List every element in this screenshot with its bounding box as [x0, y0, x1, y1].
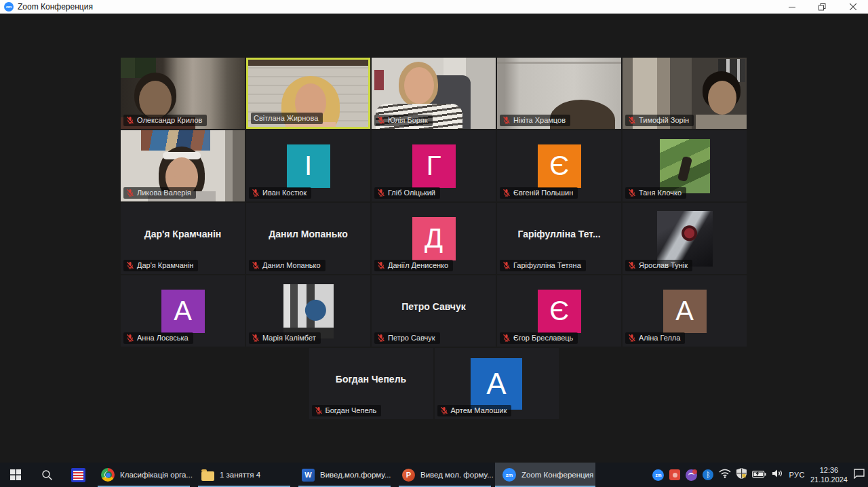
muted-mic-icon: [502, 261, 511, 269]
taskbar-search-button[interactable]: [31, 463, 62, 487]
journal-app-icon: [71, 468, 85, 482]
participant-name-label: Тимофій Зорін: [625, 115, 694, 126]
chrome-icon: $: [101, 468, 115, 482]
clock-date: 21.10.2024: [810, 475, 848, 484]
participant-name-label: Дар'я Крамчанін: [123, 260, 198, 271]
participant-tile-lykova[interactable]: Ликова Валерія: [121, 130, 245, 201]
muted-mic-icon: [628, 189, 636, 197]
participant-name-label: Гаріфулліна Тетяна: [500, 260, 586, 271]
close-button[interactable]: [837, 0, 868, 14]
participant-tile-breslavets[interactable]: Є Єгор Бреславець: [497, 275, 621, 347]
tray-battery-icon[interactable]: [752, 469, 766, 481]
participant-letter-avatar: Є: [538, 144, 581, 188]
grid-row-1: Олександр Крилов Світлана Жирнова Юлія Б…: [121, 58, 747, 129]
folder-icon: [201, 471, 214, 481]
tray-bluetooth-icon[interactable]: ᛒ: [703, 469, 713, 480]
windows-logo-icon: [10, 469, 21, 480]
muted-mic-icon: [502, 334, 511, 342]
muted-mic-icon: [252, 334, 260, 342]
participant-name-label: Ярослав Тунік: [625, 260, 692, 271]
participant-display-name: Дар'я Крамчанін: [121, 203, 245, 265]
taskbar-folder-window[interactable]: 1 заняття 4: [194, 463, 294, 487]
restore-button[interactable]: [807, 0, 837, 14]
tray-viber-icon[interactable]: [686, 469, 697, 481]
participant-photo-avatar: [660, 139, 710, 193]
muted-mic-icon: [377, 261, 385, 269]
participant-tile-mopanko[interactable]: Данил Мопанько Данил Мопанько: [246, 203, 370, 274]
participant-name-label: Світлана Жирнова: [251, 113, 323, 124]
participant-letter-avatar: А: [161, 290, 205, 333]
participant-name-label: Даніїл Денисенко: [374, 260, 453, 271]
participant-tile-loievska[interactable]: А Анна Лоєвська: [121, 275, 245, 347]
tray-zoom-icon[interactable]: zm: [652, 469, 664, 481]
participant-tile-klochko[interactable]: Таня Клочко: [623, 130, 747, 201]
muted-mic-icon: [126, 261, 134, 269]
taskbar-journal-app-button[interactable]: [62, 463, 94, 487]
muted-mic-icon: [315, 406, 323, 414]
tray-volume-icon[interactable]: [772, 469, 783, 481]
muted-mic-icon: [377, 189, 385, 197]
taskbar-powerpoint-window[interactable]: P Вивед мол. форму...: [395, 463, 495, 487]
grid-row-3: Дар'я Крамчанін Дар'я Крамчанін Данил Мо…: [121, 203, 747, 274]
participant-tile-boryak[interactable]: Юлія Боряк: [372, 58, 496, 129]
muted-mic-icon: [628, 261, 636, 269]
powerpoint-icon: P: [402, 469, 415, 482]
taskbar-zoom-window-active[interactable]: zm Zoom Конференция: [495, 463, 595, 487]
participant-name-label: Аліна Гелла: [625, 332, 685, 344]
muted-mic-icon: [502, 116, 511, 124]
participant-tile-hella[interactable]: А Аліна Гелла: [623, 275, 747, 347]
window-title: Zoom Конференция: [18, 2, 93, 12]
participant-name-label: Таня Клочко: [625, 187, 686, 199]
minimize-button[interactable]: [776, 0, 807, 14]
participant-grid: Олександр Крилов Світлана Жирнова Юлія Б…: [121, 58, 747, 419]
tray-security-shield-icon[interactable]: [736, 468, 747, 482]
taskbar-chrome-window[interactable]: $ Класифікація орга...: [94, 463, 194, 487]
muted-mic-icon: [252, 189, 260, 197]
taskbar-word-window[interactable]: W Вивед.мол.форму...: [294, 463, 395, 487]
tray-wifi-icon[interactable]: [719, 469, 731, 481]
action-center-icon[interactable]: [853, 468, 865, 482]
participant-tile-krylov[interactable]: Олександр Крилов: [121, 58, 245, 129]
zoom-app-icon: zm: [4, 2, 14, 12]
zoom-app-icon: zm: [502, 468, 516, 482]
participant-name-label: Ликова Валерія: [123, 187, 196, 199]
muted-mic-icon: [628, 116, 636, 124]
start-button[interactable]: [0, 463, 31, 487]
language-indicator[interactable]: РУС: [789, 471, 805, 479]
participant-tile-zorin[interactable]: Тимофій Зорін: [623, 58, 747, 129]
participant-letter-avatar: Г: [412, 144, 456, 188]
taskbar-clock[interactable]: 12:36 21.10.2024: [810, 465, 848, 485]
muted-mic-icon: [440, 406, 448, 414]
participant-name-label: Артем Малошик: [437, 405, 512, 416]
tray-screen-recorder-icon[interactable]: [669, 469, 680, 480]
participant-tile-maloshyk[interactable]: А Артем Малошик: [435, 348, 559, 419]
participant-display-name: Петро Савчук: [372, 275, 496, 337]
participant-tile-zhyrnova-active-speaker[interactable]: Світлана Жирнова: [246, 58, 370, 129]
participant-name-label: Гліб Оліцький: [374, 187, 440, 199]
participant-letter-avatar: А: [471, 358, 522, 410]
participant-display-name: Богдан Чепель: [309, 348, 433, 410]
participant-name-label: Олександр Крилов: [123, 115, 207, 126]
participant-tile-khramtsov[interactable]: Нікіта Храмцов: [497, 58, 621, 129]
system-tray: zm ᛒ РУС 12:36 21.10.2024: [652, 463, 868, 487]
participant-tile-kramchanin[interactable]: Дар'я Крамчанін Дар'я Крамчанін: [121, 203, 245, 274]
participant-name-label: Юлія Боряк: [374, 115, 433, 126]
participant-tile-denysenko[interactable]: Д Даніїл Денисенко: [372, 203, 496, 274]
participant-tile-tunik[interactable]: Ярослав Тунік: [623, 203, 747, 274]
participant-tile-olitskyi[interactable]: Г Гліб Оліцький: [372, 130, 496, 201]
participant-tile-kostiuk[interactable]: І Иван Костюк: [246, 130, 370, 201]
muted-mic-icon: [377, 334, 385, 342]
participant-display-name: Гаріфулліна Тет...: [497, 203, 621, 265]
taskbar: $ Класифікація орга... 1 заняття 4 W Вив…: [0, 463, 868, 487]
participant-tile-kalimbet[interactable]: Марія Калімбет: [246, 275, 370, 347]
grid-row-2: Ликова Валерія І Иван Костюк Г Гліб Оліц…: [121, 130, 747, 201]
clock-time: 12:36: [820, 466, 839, 474]
participant-name-label: Анна Лоєвська: [123, 332, 193, 344]
participant-tile-harifullina[interactable]: Гаріфулліна Тет... Гаріфулліна Тетяна: [497, 203, 621, 274]
participant-tile-chepel[interactable]: Богдан Чепель Богдан Чепель: [309, 348, 433, 419]
participant-letter-avatar: І: [287, 144, 330, 188]
word-icon: W: [302, 469, 315, 482]
participant-tile-savchuk[interactable]: Петро Савчук Петро Савчук: [372, 275, 496, 347]
search-icon: [41, 469, 53, 481]
participant-tile-polshyn[interactable]: Є Євгеній Польшин: [497, 130, 621, 201]
